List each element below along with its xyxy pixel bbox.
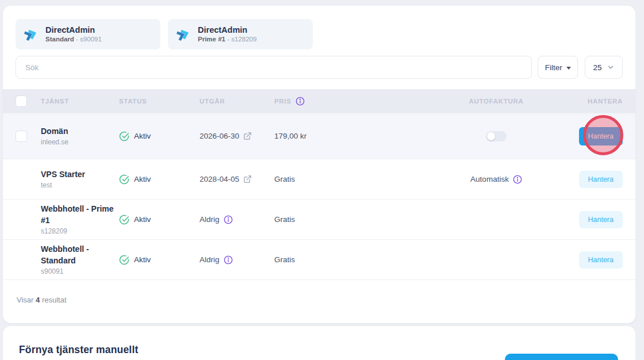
status-active-icon (119, 215, 129, 225)
status-active-icon (119, 174, 129, 185)
service-cell: Webbhotell - Prime #1 s128209 (41, 204, 119, 235)
page-size-select[interactable]: 25 (585, 56, 623, 79)
expires-cell: Aldrig (200, 215, 274, 224)
price-cell: Gratis (274, 255, 366, 264)
status-active-icon (119, 131, 129, 141)
manage-cell: Hantera (554, 127, 623, 145)
service-subtitle: inleed.se (41, 138, 119, 146)
manage-cell: Hantera (554, 171, 623, 188)
table-header-row: TJÄNST STATUS UTGÅR PRIS AUTOFAKTURA HAN… (3, 89, 635, 113)
service-subtitle: s128209 (41, 227, 119, 235)
price-cell: Gratis (274, 175, 366, 183)
autoinvoice-info-icon[interactable] (513, 175, 522, 184)
renew-services-card: Förnya tjänster manuellt (3, 326, 635, 360)
status-active-icon (119, 255, 129, 265)
product-title: DirectAdmin (45, 25, 102, 35)
status-cell: Aktiv (119, 131, 200, 141)
expires-cell: 2028-04-05 (200, 175, 274, 183)
table-row-webbhotell-standard: Webbhotell - Standard s90091 Aktiv Aldri… (3, 240, 635, 280)
select-all-checkbox[interactable] (16, 95, 27, 107)
status-cell: Aktiv (119, 174, 200, 185)
table-row-domain: Domän inleed.se Aktiv 2026-06-30 179,00 … (3, 113, 635, 159)
manage-button[interactable]: Hantera (579, 171, 623, 188)
renew-services-button[interactable] (505, 354, 618, 360)
services-page: DirectAdmin Standard - s90091 DirectAdmi… (0, 0, 644, 360)
service-cell: Domän inleed.se (41, 126, 119, 147)
service-subtitle: s90091 (41, 267, 119, 275)
service-name: Webbhotell - Standard (41, 244, 119, 266)
expires-cell: Aldrig (200, 255, 274, 265)
header-service: TJÄNST (41, 98, 119, 105)
autoinvoice-toggle[interactable] (486, 131, 507, 141)
product-title: DirectAdmin (198, 25, 256, 35)
services-card: DirectAdmin Standard - s90091 DirectAdmi… (3, 6, 635, 323)
price-info-icon[interactable] (296, 97, 305, 106)
filter-button[interactable]: Filter (538, 56, 578, 79)
expires-info-icon[interactable] (224, 215, 233, 224)
toggle-knob (487, 132, 495, 140)
directadmin-card-text: DirectAdmin Prime #1 - s128209 (198, 25, 256, 44)
product-subtitle: Prime #1 - s128209 (198, 35, 256, 43)
results-count: Visar 4 resultat (3, 280, 635, 323)
directadmin-logo-icon (22, 26, 40, 43)
external-link-icon[interactable] (243, 175, 252, 183)
header-expires: UTGÅR (200, 98, 274, 105)
service-cell: Webbhotell - Standard s90091 (41, 244, 119, 275)
table-row-webbhotell-prime: Webbhotell - Prime #1 s128209 Aktiv Aldr… (3, 200, 635, 240)
service-name: Domän (41, 126, 119, 137)
header-status: STATUS (119, 98, 200, 105)
manage-button[interactable]: Hantera (579, 251, 623, 269)
table-toolbar: Filter 25 (3, 49, 635, 79)
manage-cell: Hantera (554, 211, 623, 228)
autoinvoice-cell (439, 131, 554, 141)
service-subtitle: test (41, 181, 119, 189)
directadmin-cards: DirectAdmin Standard - s90091 DirectAdmi… (3, 6, 635, 49)
expires-cell: 2026-06-30 (200, 132, 274, 140)
manage-cell: Hantera (554, 251, 623, 269)
header-price: PRIS (274, 97, 366, 106)
table-row-vps: VPS Starter test Aktiv 2028-04-05 Gratis… (3, 159, 635, 200)
directadmin-card-prime[interactable]: DirectAdmin Prime #1 - s128209 (168, 19, 313, 49)
status-cell: Aktiv (119, 255, 200, 265)
search-input[interactable] (16, 56, 532, 79)
directadmin-card-standard[interactable]: DirectAdmin Standard - s90091 (16, 19, 160, 49)
service-name: Webbhotell - Prime #1 (41, 204, 119, 226)
external-link-icon[interactable] (243, 132, 252, 140)
price-cell: 179,00 kr (274, 132, 366, 140)
filter-caret-icon (566, 67, 571, 70)
header-manage: HANTERA (554, 98, 623, 105)
manage-button[interactable]: Hantera (579, 211, 623, 228)
chevron-down-icon (607, 63, 615, 71)
service-cell: VPS Starter test (41, 169, 119, 190)
directadmin-logo-icon (175, 26, 192, 43)
header-autoinvoice: AUTOFAKTURA (439, 98, 554, 105)
price-cell: Gratis (274, 215, 366, 224)
expires-info-icon[interactable] (224, 255, 233, 265)
product-subtitle: Standard - s90091 (45, 35, 102, 43)
row-checkbox[interactable] (16, 131, 27, 142)
status-cell: Aktiv (119, 215, 200, 225)
manage-button[interactable]: Hantera (579, 127, 623, 145)
service-name: VPS Starter (41, 169, 119, 181)
directadmin-card-text: DirectAdmin Standard - s90091 (45, 25, 102, 44)
autoinvoice-cell: Automatisk (439, 175, 554, 184)
